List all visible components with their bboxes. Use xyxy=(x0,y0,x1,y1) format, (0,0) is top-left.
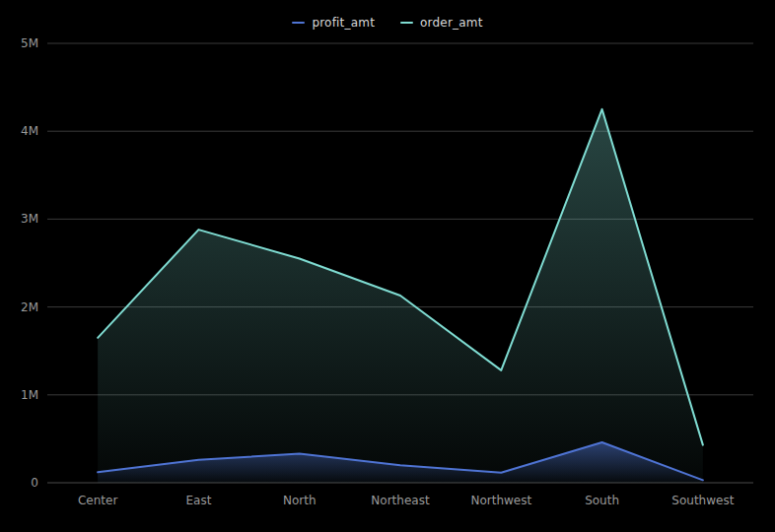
legend-swatch-profit-icon xyxy=(292,22,305,24)
chart-canvas: 01M2M3M4M5MCenterEastNorthNortheastNorth… xyxy=(0,0,775,532)
x-axis-category-label: Center xyxy=(78,494,117,507)
x-axis-category-label: Northwest xyxy=(470,494,531,507)
legend-item-order-amt[interactable]: order_amt xyxy=(400,16,483,30)
x-axis-category-label: East xyxy=(185,494,211,507)
x-axis-category-label: North xyxy=(283,494,317,507)
chart-legend: profit_amt order_amt xyxy=(0,16,775,30)
y-axis-tick-label: 2M xyxy=(21,300,38,314)
legend-item-profit-amt[interactable]: profit_amt xyxy=(292,16,375,30)
y-axis-tick-label: 1M xyxy=(21,388,38,402)
y-axis-tick-label: 0 xyxy=(31,476,38,490)
y-axis-tick-label: 4M xyxy=(21,124,38,138)
x-axis-category-label: Southwest xyxy=(671,494,734,507)
legend-label-profit: profit_amt xyxy=(312,16,375,30)
y-axis-tick-label: 3M xyxy=(21,212,38,226)
legend-label-order: order_amt xyxy=(420,16,483,30)
area-chart: profit_amt order_amt 01M2M3M4M5MCenterEa… xyxy=(0,0,775,532)
x-axis-category-label: South xyxy=(585,494,619,507)
legend-swatch-order-icon xyxy=(400,22,413,24)
x-axis-category-label: Northeast xyxy=(371,494,430,507)
y-axis-tick-label: 5M xyxy=(21,36,38,50)
